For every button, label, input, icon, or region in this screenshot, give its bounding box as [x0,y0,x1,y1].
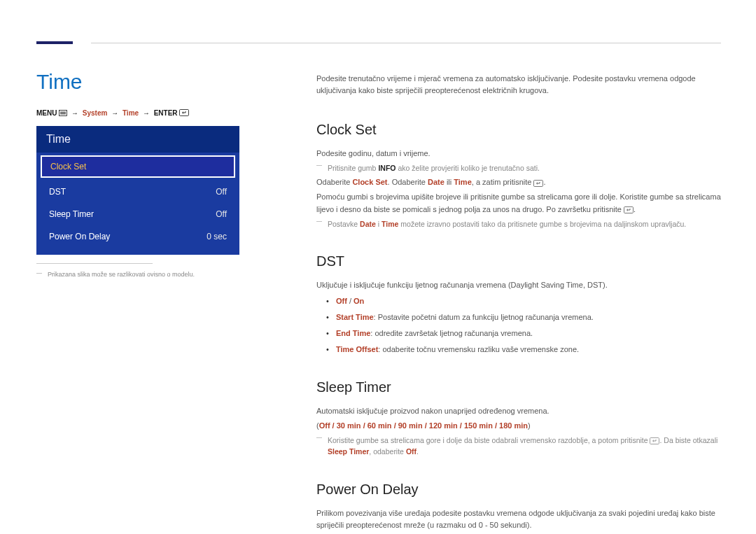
top-horizontal-rule [91,43,721,43]
dst-bullets: Off / On Start Time: Postavite početni d… [316,295,721,356]
heading-sleep-timer: Sleep Timer [316,377,721,398]
text: . Odaberite [388,178,428,186]
accent-end-time: End Time [336,329,370,337]
text: možete izravno postaviti tako da pritisn… [398,220,686,228]
heading-clock-set: Clock Set [316,119,721,141]
text: Koristite gumbe sa strelicama gore i dol… [328,436,650,444]
text: : Postavite početni datum za funkciju lj… [374,313,594,321]
panel-row-sleep-timer[interactable]: Sleep Timer Off [36,203,239,225]
heading-power-on-delay: Power On Delay [316,479,721,500]
text: i [376,220,382,228]
clockset-p1: Podesite godinu, datum i vrijeme. [316,148,721,160]
accent-on: On [354,297,364,305]
accent-off: Off [336,297,347,305]
heading-dst: DST [316,251,721,272]
dst-end-time: End Time: odredite završetak ljetnog rač… [316,328,721,339]
text: ) [528,421,531,430]
panel-note: Prikazana slika može se razlikovati ovis… [38,271,195,278]
text: . Da biste otkazali [659,436,718,444]
system-label: System [83,109,108,117]
sleep-p1: Automatski isključuje proizvod nakon una… [316,405,721,417]
content-column: Podesite trenutačno vrijeme i mjerač vre… [316,73,721,534]
clockset-note2: Postavke Date i Time možete izravno post… [316,218,721,230]
panel-row-value: 0 sec [206,232,227,241]
accent-date: Date [360,220,376,228]
dst-p1: Uključuje i isključuje funkciju ljetnog … [316,279,721,291]
panel-row-label: DST [49,187,66,197]
sleep-options: (Off / 30 min / 60 min / 90 min / 120 mi… [316,420,721,432]
enter-label: ENTER [154,109,178,117]
accent-sleep-options: Off / 30 min / 60 min / 90 min / 120 min… [319,421,528,430]
text: : odredite završetak ljetnog računanja v… [370,329,533,337]
intro-text: Podesite trenutačno vrijeme i mjerač vre… [316,73,721,97]
clockset-p3: Pomoću gumbi s brojevima upišite brojeve… [316,191,721,215]
arrow-sep: → [109,109,120,117]
enter-icon [179,109,189,118]
panel-row-value: Off [216,209,227,219]
menu-label: MENU [36,109,57,117]
panel-note-rule [36,263,153,264]
text: ako želite provjeriti koliko je trenutač… [396,164,539,172]
enter-icon [650,437,659,444]
top-bar-accent [36,41,73,44]
accent-time-offset: Time Offset [336,345,378,353]
dst-option-off-on: Off / On [316,295,721,307]
panel-row-label: Power On Delay [49,232,110,241]
menu-path: MENU → System → Time → ENTER [36,109,189,118]
dst-time-offset: Time Offset: odaberite točnu vremensku r… [316,344,721,356]
panel-row-value: Off [216,187,227,197]
panel-row-clock-set[interactable]: Clock Set [41,155,235,178]
panel-row-power-on-delay[interactable]: Power On Delay 0 sec [36,225,239,248]
clockset-note1: Pritisnite gumb INFO ako želite provjeri… [316,162,721,174]
info-bold: INFO [378,164,396,172]
time-label: Time [122,109,139,117]
text: : odaberite točnu vremensku razliku vaše… [378,345,579,353]
text: . [543,178,545,186]
accent-start-time: Start Time [336,313,374,321]
text: ili [444,178,454,186]
page-title: Time [36,70,83,94]
clockset-p2: Odaberite Clock Set. Odaberite Date ili … [316,176,721,188]
pod-p1: Prilikom povezivanja više uređaja podesi… [316,507,721,531]
text: . [416,447,419,456]
text: , a zatim pritisnite [472,178,534,186]
panel-row-dst[interactable]: DST Off [36,181,239,203]
settings-panel: Time Clock Set DST Off Sleep Timer Off P… [36,126,239,255]
text: / [347,297,354,305]
panel-row-label: Clock Set [50,162,86,171]
text: Pomoću gumbi s brojevima upišite brojeve… [316,192,721,213]
accent-sleep-timer: Sleep Timer [328,447,369,456]
text: Pritisnite gumb [328,164,378,172]
text: , odaberite [369,447,406,456]
accent-clock-set: Clock Set [352,178,387,186]
panel-row-label: Sleep Timer [49,209,94,219]
accent-off: Off [406,447,416,456]
text: Postavke [328,220,360,228]
enter-icon [624,206,634,213]
sleep-note: Koristite gumbe sa strelicama gore i dol… [316,435,721,458]
text: Odaberite [316,178,352,186]
dst-start-time: Start Time: Postavite početni datum za f… [316,311,721,323]
accent-date: Date [428,178,444,186]
arrow-sep: → [69,109,80,117]
panel-header: Time [36,126,239,153]
accent-time: Time [382,220,398,228]
enter-icon [533,180,543,187]
arrow-sep: → [141,109,152,117]
menu-icon [59,110,67,118]
accent-time: Time [454,178,471,186]
panel-note-text: Prikazana slika može se razlikovati ovis… [38,271,195,278]
text: . [634,205,636,213]
